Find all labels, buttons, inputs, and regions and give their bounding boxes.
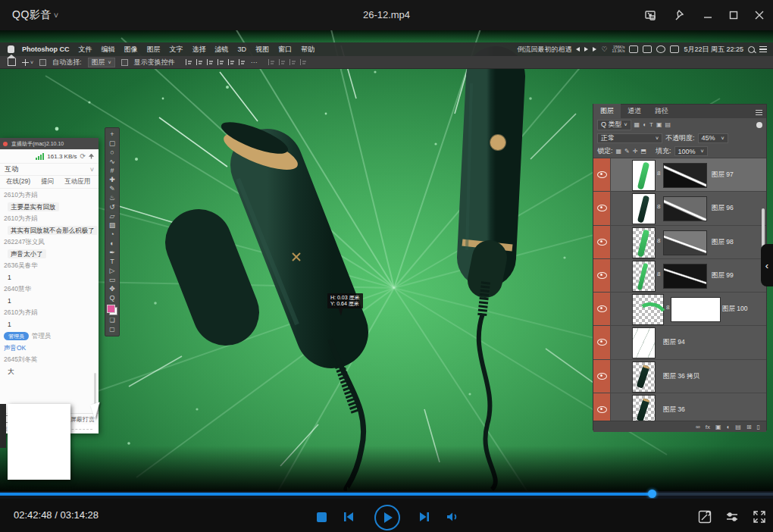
distribute-2-icon[interactable]: [239, 59, 245, 65]
layer-row[interactable]: 8 图层 99: [593, 259, 766, 293]
filter-pixel-icon[interactable]: ▦: [634, 121, 640, 128]
apple-logo[interactable]: [8, 45, 14, 53]
input-source-icon[interactable]: [670, 45, 679, 53]
tab-layers[interactable]: 图层: [593, 104, 621, 118]
adjustment-layer-icon[interactable]: ◐: [726, 424, 730, 430]
pin-on-top-button[interactable]: [670, 6, 690, 24]
tab-online[interactable]: 在线(29): [6, 177, 30, 186]
layer-thumbnail[interactable]: [632, 193, 656, 224]
tool-crop[interactable]: #: [110, 167, 114, 175]
layer-row[interactable]: 8 图层 98: [593, 226, 766, 259]
tool-zoom[interactable]: Q: [109, 294, 114, 302]
menubar-app-name[interactable]: Photoshop CC: [22, 45, 70, 53]
seek-knob[interactable]: [648, 490, 656, 498]
visibility-cell[interactable]: [593, 293, 611, 325]
menu-type[interactable]: 文字: [170, 45, 183, 55]
layer-mask-thumbnail[interactable]: [663, 230, 707, 255]
layer-name[interactable]: 图层 36 拷贝: [663, 372, 699, 381]
layer-row[interactable]: 图层 94: [593, 326, 766, 359]
music-next-icon[interactable]: [593, 47, 596, 52]
tool-clone-stamp[interactable]: ♨: [109, 194, 115, 202]
seek-bar[interactable]: [0, 491, 773, 499]
menu-file[interactable]: 文件: [79, 45, 92, 55]
layer-thumbnail[interactable]: [632, 227, 656, 258]
new-layer-icon[interactable]: ⊞: [746, 424, 752, 430]
layer-mask-thumbnail[interactable]: [663, 196, 707, 221]
home-icon[interactable]: [8, 58, 16, 66]
close-dot-icon[interactable]: [3, 142, 8, 146]
tab-paths[interactable]: 路径: [648, 104, 675, 118]
new-group-icon[interactable]: ▤: [735, 424, 741, 430]
refresh-icon[interactable]: ⟳: [80, 152, 86, 160]
3d-icon-2[interactable]: [279, 59, 285, 65]
tool-pen[interactable]: ✒: [109, 249, 115, 257]
layer-row[interactable]: 8 图层 100: [593, 293, 766, 326]
layer-thumbnail[interactable]: [632, 361, 656, 393]
lock-all-icon[interactable]: ⬒: [640, 148, 646, 155]
layer-name[interactable]: 图层 94: [663, 338, 685, 347]
notification-center-icon[interactable]: [759, 46, 767, 52]
visibility-cell[interactable]: [593, 259, 611, 292]
visibility-cell[interactable]: [593, 158, 611, 191]
music-play-icon[interactable]: [584, 47, 588, 52]
tab-channels[interactable]: 通道: [621, 104, 648, 118]
stop-button[interactable]: [317, 512, 327, 522]
menu-select[interactable]: 选择: [192, 45, 206, 55]
layer-mask-thumbnail[interactable]: [671, 297, 721, 322]
tool-move[interactable]: +: [110, 130, 114, 139]
filter-adjustment-icon[interactable]: ◐: [643, 121, 646, 128]
fill-select[interactable]: 100%˅: [674, 146, 708, 156]
menu-view[interactable]: 视图: [255, 45, 269, 55]
play-button[interactable]: [374, 505, 400, 530]
tool-marquee[interactable]: ▢: [109, 139, 116, 148]
visibility-cell[interactable]: [593, 326, 611, 358]
layer-thumbnail[interactable]: [632, 160, 656, 191]
tool-type[interactable]: T: [110, 258, 114, 266]
chat-window-titlebar[interactable]: 直播助手(mac)2.10.10: [0, 138, 99, 149]
tool-dodge[interactable]: ◐: [110, 239, 114, 248]
menu-edit[interactable]: 编辑: [102, 45, 115, 55]
tab-apps[interactable]: 互动应用: [64, 177, 90, 186]
more-options-icon[interactable]: ···: [251, 58, 258, 66]
distribute-icon[interactable]: [228, 59, 234, 65]
layer-name[interactable]: 图层 98: [712, 238, 734, 247]
tool-lasso[interactable]: ○: [110, 149, 114, 157]
color-swatches[interactable]: [107, 305, 117, 315]
tool-brush[interactable]: ✎: [109, 185, 115, 193]
tool-quick-select[interactable]: ∿: [109, 158, 115, 166]
menubar-clock[interactable]: 5月22日 周五 22:25: [684, 45, 743, 55]
tool-gradient[interactable]: ▨: [109, 221, 116, 230]
align-top-icon[interactable]: [218, 59, 224, 65]
tool-path-select[interactable]: ▷: [110, 267, 115, 275]
quick-mask-button[interactable]: ❏: [109, 316, 114, 324]
add-mask-icon[interactable]: ▣: [715, 424, 721, 430]
close-button[interactable]: [750, 6, 769, 24]
app-menu-button[interactable]: QQ影音˅: [12, 8, 59, 22]
layer-name[interactable]: 图层 36: [663, 405, 685, 415]
foreground-color-swatch[interactable]: [107, 305, 115, 313]
visibility-cell[interactable]: [593, 393, 611, 421]
menubar-extra-icon-1[interactable]: [629, 45, 638, 53]
menu-window[interactable]: 窗口: [278, 45, 292, 55]
layer-name[interactable]: 图层 96: [712, 204, 734, 213]
pin-icon[interactable]: [89, 154, 94, 159]
layer-mask-thumbnail[interactable]: [663, 163, 707, 188]
menu-3d[interactable]: 3D: [238, 45, 247, 53]
layer-row[interactable]: 8 图层 96: [593, 192, 766, 225]
mini-mode-button[interactable]: [640, 6, 660, 24]
menu-help[interactable]: 帮助: [301, 45, 315, 55]
video-display-area[interactable]: Photoshop CC 文件 编辑 图像 图层 文字 选择 滤镜 3D 视图 …: [0, 30, 773, 491]
layer-mask-thumbnail[interactable]: [663, 264, 707, 289]
heart-icon[interactable]: ♡: [601, 45, 607, 53]
tool-blur[interactable]: ◔: [110, 230, 114, 239]
filter-toggle-icon[interactable]: [756, 122, 762, 128]
diamond-icon[interactable]: [656, 45, 665, 53]
lock-transparent-icon[interactable]: ▦: [616, 148, 622, 155]
layer-name[interactable]: 图层 100: [722, 305, 748, 314]
auto-select-target-dropdown[interactable]: 图层˅: [88, 58, 115, 67]
lock-move-icon[interactable]: ✛: [633, 148, 638, 155]
settings-button[interactable]: [724, 509, 740, 524]
chat-section-header[interactable]: 互动 ˅: [0, 164, 99, 176]
layer-thumbnail[interactable]: [632, 294, 664, 325]
show-transform-checkbox[interactable]: [121, 59, 128, 66]
